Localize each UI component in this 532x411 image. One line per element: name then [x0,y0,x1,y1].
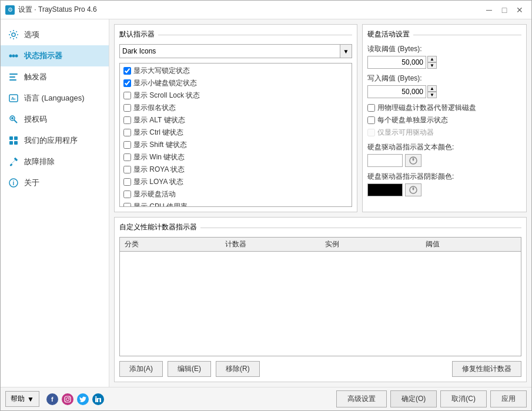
options-icon [8,29,19,41]
repair-button[interactable]: 修复性能计数器 [452,361,521,377]
option-physical-disk-label: 用物理磁盘计数器代替逻辑磁盘 [377,103,476,113]
checkbox-shift[interactable]: 显示 Shift 键状态 [121,139,350,151]
checkbox-roya-input[interactable] [123,166,131,173]
ok-button[interactable]: 确定(O) [390,390,437,407]
facebook-icon[interactable]: f [46,393,58,405]
trigger-icon [8,71,19,83]
default-indicator-panel: 默认指示器 Dark Icons ▼ 显示大写锁定状态 [114,24,357,212]
checkbox-caps-lock-input[interactable] [123,67,131,75]
twitter-icon[interactable] [77,393,89,405]
checkbox-numlock-input[interactable] [123,79,131,87]
write-threshold-down[interactable]: ▼ [427,92,437,98]
read-threshold-spinner: ▲ ▼ [367,56,521,69]
write-threshold-spinner: ▲ ▼ [367,85,521,98]
maximize-button[interactable]: □ [497,4,511,16]
checkbox-caps-lock-label: 显示大写锁定状态 [133,66,190,76]
svg-point-3 [15,55,18,58]
sidebar-label-language: 语言 (Languages) [24,93,85,103]
read-threshold-up[interactable]: ▲ [427,56,437,62]
checkbox-disk-input[interactable] [123,191,131,198]
bottom-bar: 帮助 ▼ f [1,387,531,410]
remove-button[interactable]: 移除(R) [216,361,260,377]
option-show-available: 仅显示可用驱动器 [367,128,521,138]
shadow-color-box [367,183,403,196]
checkbox-disk-label: 显示硬盘活动 [133,189,176,199]
sidebar-label-trigger: 触发器 [24,72,47,82]
col-category: 分类 [120,239,220,249]
checkbox-cpu-input[interactable] [123,203,131,207]
checkbox-alt[interactable]: 显示 ALT 键状态 [121,114,350,126]
write-threshold-group: 写入阈值 (Bytes): ▲ ▼ [367,73,521,98]
checkbox-loya-input[interactable] [123,178,131,186]
option-physical-disk[interactable]: 用物理磁盘计数器代替逻辑磁盘 [367,103,521,113]
checkbox-win[interactable]: 显示 Win 键状态 [121,151,350,163]
linkedin-icon[interactable] [92,393,104,405]
svg-point-1 [9,55,12,58]
help-label: 帮助 [11,394,25,404]
text-color-row [367,154,521,167]
dark-icons-dropdown[interactable]: Dark Icons [119,44,340,58]
app-icon: ⚙ [5,5,15,15]
write-threshold-input[interactable] [367,85,426,98]
dropdown-arrow-btn[interactable]: ▼ [340,44,352,58]
read-threshold-spinbtns: ▲ ▼ [427,56,437,69]
sidebar-item-language[interactable]: A a 语言 (Languages) [1,88,109,109]
edit-button[interactable]: 编辑(E) [168,361,211,377]
svg-rect-6 [9,79,16,81]
close-button[interactable]: ✕ [513,4,527,16]
text-color-picker-btn[interactable] [405,154,421,167]
checkbox-cpu[interactable]: 显示 CPU 使用率 [121,201,350,207]
sidebar: 选项 状态指示器 [1,19,109,387]
read-threshold-down[interactable]: ▼ [427,62,437,69]
default-indicator-title: 默认指示器 [119,29,352,39]
svg-rect-4 [9,73,18,75]
instagram-icon[interactable] [62,393,73,405]
sidebar-label-our-apps: 我们的应用程序 [24,135,78,146]
checkbox-scroll-lock[interactable]: 显示 Scroll Lock 状态 [121,89,350,102]
checkbox-cpu-label: 显示 CPU 使用率 [133,202,188,207]
status-indicator-icon [8,50,19,62]
checkbox-scroll-lock-input[interactable] [123,92,131,99]
apply-button[interactable]: 应用 [490,390,527,407]
disk-settings-title: 硬盘活动设置 [367,29,521,39]
checkbox-scroll-lock-label: 显示 Scroll Lock 状态 [133,91,200,101]
checkbox-shift-label: 显示 Shift 键状态 [133,140,187,150]
cancel-button[interactable]: 取消(C) [440,390,487,407]
sidebar-label-about: 关于 [24,178,39,188]
shadow-color-picker-btn[interactable] [405,183,421,196]
checkbox-roya[interactable]: 显示 ROYA 状态 [121,163,350,176]
checkbox-disk[interactable]: 显示硬盘活动 [121,188,350,201]
minimize-button[interactable]: ─ [482,4,496,16]
option-physical-disk-input[interactable] [367,104,375,112]
text-color-box [367,154,403,167]
sidebar-item-options[interactable]: 选项 [1,24,109,45]
option-per-disk[interactable]: 每个硬盘单独显示状态 [367,115,521,125]
right-panel: 默认指示器 Dark Icons ▼ 显示大写锁定状态 [109,19,531,387]
read-threshold-input[interactable] [367,56,426,69]
checkbox-win-input[interactable] [123,153,131,161]
checkbox-alt-input[interactable] [123,116,131,124]
sidebar-item-trigger[interactable]: 触发器 [1,66,109,88]
perf-counter-title: 自定义性能计数器指示器 [119,222,521,232]
checkbox-numlock[interactable]: 显示小键盘锁定状态 [121,77,350,89]
help-button[interactable]: 帮助 ▼ [5,391,39,407]
sidebar-item-status-indicator[interactable]: 状态指示器 [1,45,109,66]
svg-rect-13 [9,136,13,140]
checkbox-ctrl[interactable]: 显示 Ctrl 键状态 [121,126,350,139]
checkbox-shift-input[interactable] [123,141,131,149]
sidebar-item-troubleshoot[interactable]: 故障排除 [1,151,109,172]
language-icon: A a [8,92,19,104]
option-per-disk-input[interactable] [367,116,375,124]
checkbox-kana-input[interactable] [123,104,131,112]
checkbox-kana[interactable]: 显示假名状态 [121,102,350,114]
advanced-settings-button[interactable]: 高级设置 [336,390,387,407]
checkbox-loya[interactable]: 显示 LOYA 状态 [121,176,350,188]
sidebar-item-about[interactable]: i 关于 [1,172,109,193]
sidebar-item-our-apps[interactable]: 我们的应用程序 [1,130,109,151]
checkbox-caps-lock[interactable]: 显示大写锁定状态 [121,65,350,77]
write-threshold-up[interactable]: ▲ [427,85,437,92]
checkbox-ctrl-input[interactable] [123,129,131,136]
add-button[interactable]: 添加(A) [119,361,163,377]
sidebar-item-license[interactable]: 授权码 [1,109,109,130]
disk-settings-panel: 硬盘活动设置 读取阈值 (Bytes): ▲ ▼ [362,24,527,212]
